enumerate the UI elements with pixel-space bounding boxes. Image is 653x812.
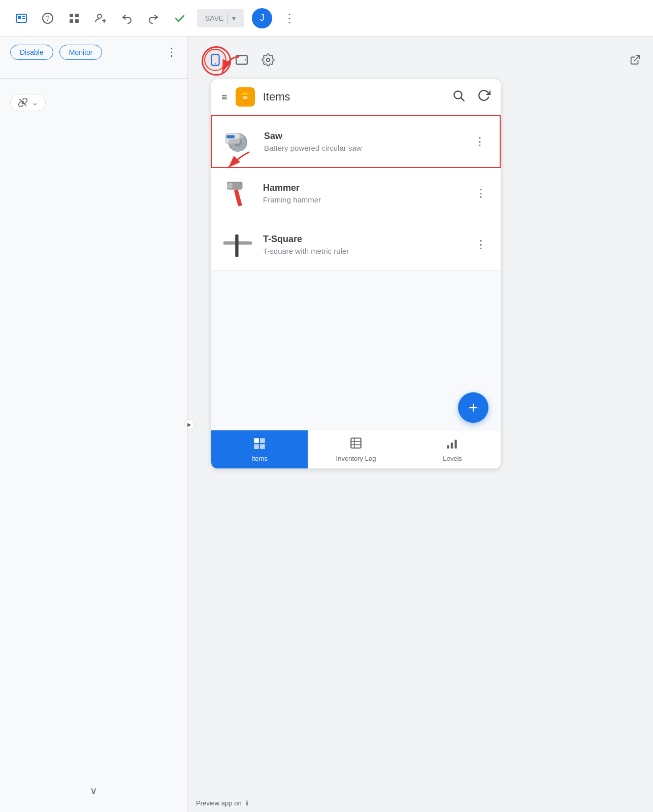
app-icon xyxy=(236,87,255,107)
tab-levels[interactable]: Levels xyxy=(404,430,501,468)
bottom-tab-bar: Items Inventory Log xyxy=(211,430,501,468)
list-item[interactable]: T-Square T-square with metric ruler ⋮ xyxy=(211,219,501,270)
item-more-icon[interactable]: ⋮ xyxy=(471,183,491,204)
save-button[interactable]: SAVE ▾ xyxy=(197,9,244,27)
undo-icon[interactable] xyxy=(118,9,136,27)
svg-line-19 xyxy=(634,56,639,61)
left-panel: Disable Monitor ⋮ ⌄ ▶ ∨ xyxy=(0,37,188,812)
item-description: Battery powered circular saw xyxy=(264,144,461,152)
monitor-button[interactable]: Monitor xyxy=(59,45,103,60)
items-tab-icon xyxy=(253,436,266,453)
save-dropdown-icon: ▾ xyxy=(232,14,236,22)
more-options-icon[interactable]: ⋮ xyxy=(280,9,299,27)
inventory-tab-label: Inventory Log xyxy=(336,455,376,462)
divider xyxy=(0,78,187,79)
item-image-hammer xyxy=(221,177,254,210)
svg-rect-60 xyxy=(451,443,453,449)
check-icon xyxy=(171,9,189,27)
svg-rect-6 xyxy=(70,14,73,17)
item-name: Saw xyxy=(264,131,461,142)
svg-rect-59 xyxy=(447,445,449,449)
collapse-arrow[interactable]: ▶ xyxy=(184,419,194,429)
svg-rect-39 xyxy=(226,135,235,138)
hamburger-icon[interactable]: ≡ xyxy=(221,91,227,103)
item-list: Saw Battery powered circular saw ⋮ xyxy=(211,115,501,430)
preview-bar: Preview app on ℹ xyxy=(188,794,653,812)
svg-text:?: ? xyxy=(46,14,50,22)
item-description: Framing hammer xyxy=(263,195,462,204)
search-icon[interactable] xyxy=(452,89,465,105)
svg-point-10 xyxy=(97,14,102,18)
save-label: SAVE xyxy=(205,14,223,22)
top-toolbar: ? SAVE xyxy=(0,0,653,37)
preview-info-icon[interactable]: ℹ xyxy=(246,799,248,807)
link-chip[interactable]: ⌄ xyxy=(10,94,46,111)
fab-add-button[interactable]: + xyxy=(458,392,488,423)
item-text-tsquare: T-Square T-square with metric ruler xyxy=(263,234,462,255)
list-item[interactable]: Saw Battery powered circular saw ⋮ xyxy=(211,115,501,168)
grid-icon[interactable] xyxy=(65,9,83,27)
app-title: Items xyxy=(263,90,444,104)
svg-rect-61 xyxy=(454,440,456,449)
left-panel-content: ⌄ xyxy=(0,89,187,116)
app-header: ≡ Items xyxy=(211,79,501,115)
svg-rect-54 xyxy=(260,444,265,449)
levels-tab-icon xyxy=(446,436,459,453)
list-item[interactable]: Hammer Framing hammer ⋮ xyxy=(211,168,501,219)
svg-rect-9 xyxy=(75,19,79,23)
tablet-view-button[interactable] xyxy=(231,49,253,71)
svg-rect-52 xyxy=(260,438,265,443)
refresh-icon[interactable] xyxy=(477,89,491,105)
external-link-button[interactable] xyxy=(626,50,645,70)
item-image-saw xyxy=(222,125,255,158)
levels-tab-label: Levels xyxy=(443,455,462,462)
svg-rect-53 xyxy=(254,444,259,449)
inventory-tab-icon xyxy=(349,436,363,453)
view-toolbar xyxy=(196,45,653,75)
item-more-icon[interactable]: ⋮ xyxy=(470,131,489,152)
item-name: Hammer xyxy=(263,183,462,193)
svg-rect-24 xyxy=(243,96,247,99)
empty-area xyxy=(211,270,501,423)
svg-rect-51 xyxy=(254,438,259,443)
items-tab-label: Items xyxy=(251,455,268,462)
svg-rect-40 xyxy=(234,189,242,207)
phone-view-button[interactable] xyxy=(204,49,226,71)
phone-frame: ≡ Items xyxy=(211,79,501,468)
preview-text: Preview app on xyxy=(196,799,242,807)
eye-icon[interactable] xyxy=(12,9,30,27)
svg-rect-7 xyxy=(75,14,79,17)
tab-items[interactable]: Items xyxy=(211,430,308,468)
avatar[interactable]: J xyxy=(252,8,272,28)
svg-point-18 xyxy=(267,58,270,62)
item-description: T-square with metric ruler xyxy=(263,247,462,255)
redo-icon[interactable] xyxy=(144,9,162,27)
svg-rect-44 xyxy=(235,234,238,257)
svg-rect-8 xyxy=(70,19,73,23)
svg-marker-21 xyxy=(240,92,250,95)
disable-button[interactable]: Disable xyxy=(10,45,53,60)
svg-rect-1 xyxy=(18,16,21,19)
item-text-hammer: Hammer Framing hammer xyxy=(263,183,462,204)
left-panel-header: Disable Monitor ⋮ xyxy=(0,37,187,68)
chevron-down-icon[interactable]: ∨ xyxy=(90,785,97,797)
tab-inventory-log[interactable]: Inventory Log xyxy=(308,430,404,468)
add-user-icon[interactable] xyxy=(91,9,110,27)
item-text-saw: Saw Battery powered circular saw xyxy=(264,131,461,152)
svg-point-15 xyxy=(215,63,216,64)
svg-point-17 xyxy=(245,59,246,60)
svg-line-26 xyxy=(461,98,464,101)
settings-button[interactable] xyxy=(257,49,279,71)
item-name: T-Square xyxy=(263,234,462,245)
item-more-icon[interactable]: ⋮ xyxy=(471,234,491,255)
help-icon[interactable]: ? xyxy=(39,9,57,27)
svg-line-13 xyxy=(19,99,26,106)
panel-more-icon[interactable]: ⋮ xyxy=(166,46,177,59)
link-chip-label: ⌄ xyxy=(32,98,38,107)
item-image-tsquare xyxy=(221,228,254,261)
right-panel: ≡ Items xyxy=(188,37,653,812)
svg-rect-55 xyxy=(351,438,361,448)
svg-rect-42 xyxy=(227,183,233,188)
